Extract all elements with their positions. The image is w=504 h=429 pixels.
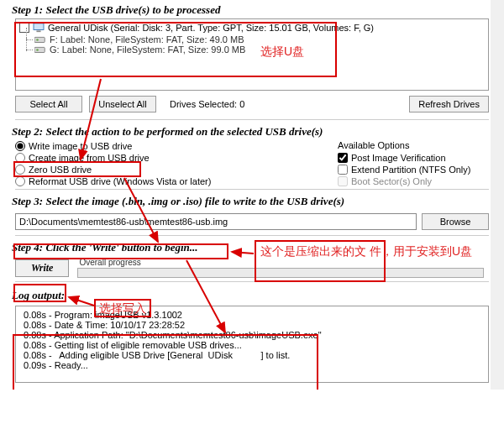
step1-button-row: Select All Unselect All Drives Selected:… <box>0 91 504 118</box>
separator <box>15 119 489 120</box>
step3-title: Step 3: Select the image (.bin, .img or … <box>0 191 504 210</box>
log-output[interactable]: 0.08s - Program: imageUSB v1.3.1002 0.08… <box>15 306 489 383</box>
svg-rect-2 <box>34 37 45 42</box>
svg-point-5 <box>36 49 39 51</box>
image-path-row: Browse <box>0 210 504 233</box>
action-radio-group: Write image to USB drive Create image fr… <box>15 140 324 187</box>
overall-progress: Overall progress <box>77 258 484 278</box>
available-options: Available Options Post Image Verificatio… <box>338 140 489 187</box>
step2-title: Step 2: Select the action to be performe… <box>0 122 504 140</box>
tree-child-g-label: G: Label: None, FileSystem: FAT, Size: 9… <box>50 44 245 55</box>
tree-child-f-label: F: Label: None, FileSystem: FAT, Size: 4… <box>50 34 244 44</box>
overall-progress-bar <box>77 268 484 278</box>
radio-create-image-label: Create image from USB drive <box>29 153 150 163</box>
radio-write-image-input[interactable] <box>15 141 25 151</box>
tree-child-g[interactable]: G: Label: None, FileSystem: FAT, Size: 9… <box>34 44 485 55</box>
image-path-input[interactable] <box>15 213 417 230</box>
overall-progress-label: Overall progress <box>79 258 484 267</box>
tree-root-label: General UDisk (Serial: Disk: 3, Part. Ty… <box>48 23 374 33</box>
opt-post-verify-input[interactable] <box>338 153 348 163</box>
opt-extend-partition[interactable]: Extend Partition (NTFS Only) <box>338 164 489 175</box>
separator <box>15 189 489 190</box>
drive-icon <box>34 44 46 55</box>
write-button[interactable]: Write <box>15 259 69 277</box>
radio-reformat-input[interactable] <box>15 176 25 186</box>
window-scrollbar[interactable] <box>491 0 504 390</box>
radio-create-image[interactable]: Create image from USB drive <box>15 152 324 164</box>
radio-write-image[interactable]: Write image to USB drive <box>15 140 324 152</box>
opt-extend-partition-label: Extend Partition (NTFS Only) <box>351 165 470 175</box>
unselect-all-button[interactable]: Unselect All <box>89 96 156 112</box>
opt-post-verify[interactable]: Post Image Verification <box>338 152 489 164</box>
svg-point-3 <box>36 39 39 41</box>
computer-icon <box>33 23 45 33</box>
radio-reformat[interactable]: Reformat USB drive (Windows Vista or lat… <box>15 175 324 187</box>
select-all-button[interactable]: Select All <box>15 96 82 112</box>
svg-rect-4 <box>34 47 45 52</box>
opt-post-verify-label: Post Image Verification <box>351 153 446 163</box>
opt-boot-sector: Boot Sector(s) Only <box>338 175 489 187</box>
radio-create-image-input[interactable] <box>15 153 25 163</box>
drives-selected-label: Drives Selected: 0 <box>170 99 244 109</box>
write-row: Write Overall progress <box>0 256 504 280</box>
separator <box>15 235 489 236</box>
step1-title: Step 1: Select the USB drive(s) to be pr… <box>0 0 504 18</box>
tree-child-f[interactable]: F: Label: None, FileSystem: FAT, Size: 4… <box>34 34 485 44</box>
tree-root-general-udisk[interactable]: General UDisk (Serial: Disk: 3, Part. Ty… <box>19 23 485 33</box>
radio-zero-drive[interactable]: Zero USB drive <box>15 164 324 175</box>
opt-boot-sector-label: Boot Sector(s) Only <box>351 176 432 186</box>
usb-drive-tree[interactable]: General UDisk (Serial: Disk: 3, Part. Ty… <box>15 18 489 91</box>
svg-rect-0 <box>34 24 44 30</box>
radio-zero-drive-input[interactable] <box>15 165 25 175</box>
browse-button[interactable]: Browse <box>422 213 489 230</box>
radio-write-image-label: Write image to USB drive <box>29 141 132 151</box>
step4-title: Step 4: Click the 'Write' button to begi… <box>0 238 504 256</box>
checkbox-root[interactable] <box>19 23 29 33</box>
opt-boot-sector-input <box>338 176 348 186</box>
radio-zero-drive-label: Zero USB drive <box>29 165 92 175</box>
opt-extend-partition-input[interactable] <box>338 165 348 175</box>
log-title: Log output: <box>0 284 504 304</box>
drive-icon <box>34 34 46 44</box>
radio-reformat-label: Reformat USB drive (Windows Vista or lat… <box>29 176 211 186</box>
svg-rect-1 <box>36 30 40 32</box>
separator <box>15 281 489 282</box>
available-options-title: Available Options <box>338 140 489 150</box>
refresh-drives-button[interactable]: Refresh Drives <box>409 96 489 112</box>
